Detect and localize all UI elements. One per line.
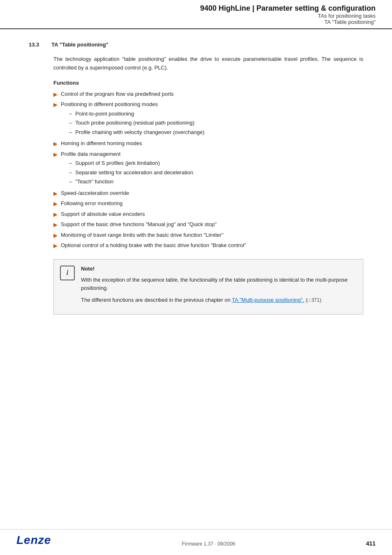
note-content: Note! With the exception of the sequence…: [81, 266, 355, 308]
bullet-text: Speed-/acceleration override: [61, 190, 129, 196]
header-sub1: TAs for positioning tasks: [16, 13, 376, 19]
list-item: ▶Support of the basic drive functions "M…: [53, 220, 363, 229]
functions-list: ▶Control of the program flow via predefi…: [53, 90, 363, 250]
list-item: ▶Positioning in different positioning mo…: [53, 100, 363, 137]
page-footer: Lenze Firmware 1.37 · 09/2006 411: [0, 529, 392, 547]
bullet-text: Support of the basic drive functions "Ma…: [61, 221, 217, 227]
sub-list-item: –Separate setting for acceleration and d…: [69, 169, 363, 177]
bullet-text: Homing in different homing modes: [61, 140, 142, 146]
note-text2: The different functions are described in…: [81, 296, 355, 305]
note-box: i Note! With the exception of the sequen…: [53, 259, 363, 314]
footer-page-number: 411: [366, 540, 376, 547]
sub-list-item: –Touch probe positioning (residual path …: [69, 119, 363, 127]
functions-label: Functions: [53, 80, 363, 86]
bullet-text: Support of absolute value encoders: [61, 211, 145, 217]
bullet-text: Optional control of a holding brake with…: [61, 242, 246, 248]
sub-list: –Support of S profiles (jerk limitation)…: [69, 159, 363, 186]
footer-firmware: Firmware 1.37 · 09/2006: [182, 541, 235, 547]
section-number: 13.3: [29, 42, 39, 48]
list-item: ▶Support of absolute value encoders: [53, 210, 363, 219]
sub-item-text: Support of S profiles (jerk limitation): [75, 159, 160, 167]
bullet-text: Following error monitoring: [61, 200, 122, 206]
sub-list-item: –Profile chaining with velocity changeov…: [69, 128, 363, 136]
bullet-arrow-icon: ▶: [53, 200, 58, 208]
list-item: ▶Homing in different homing modes: [53, 139, 363, 148]
sub-dash-icon: –: [69, 169, 72, 177]
sub-item-text: Separate setting for acceleration and de…: [75, 169, 193, 177]
sub-list-item: –Support of S profiles (jerk limitation): [69, 159, 363, 167]
list-item: ▶Following error monitoring: [53, 199, 363, 208]
list-item: ▶Control of the program flow via predefi…: [53, 90, 363, 99]
sub-dash-icon: –: [69, 159, 72, 167]
page-header: 9400 HighLine | Parameter setting & conf…: [0, 0, 392, 29]
bullet-text: Profile data management: [61, 151, 120, 157]
info-icon: i: [60, 266, 75, 280]
note-text1: With the exception of the sequence table…: [81, 276, 355, 293]
lenze-logo: Lenze: [16, 534, 51, 547]
sub-list-item: –"Teach" function: [69, 178, 363, 186]
page: 9400 HighLine | Parameter setting & conf…: [0, 0, 392, 555]
list-item: ▶Monitoring of travel range limits with …: [53, 231, 363, 240]
sub-list-item: –Point-to-point positioning: [69, 110, 363, 118]
bullet-arrow-icon: ▶: [53, 221, 58, 229]
bullet-text: Monitoring of travel range limits with t…: [61, 232, 224, 238]
bullet-text: Control of the program flow via predefin…: [61, 91, 174, 97]
note-page-ref: (□ 371): [306, 297, 321, 303]
list-item: ▶Speed-/acceleration override: [53, 189, 363, 198]
sub-dash-icon: –: [69, 178, 72, 186]
bullet-arrow-icon: ▶: [53, 210, 58, 219]
sub-item-text: "Teach" function: [75, 178, 113, 186]
sub-dash-icon: –: [69, 110, 72, 118]
sub-dash-icon: –: [69, 128, 72, 136]
sub-item-text: Point-to-point positioning: [75, 110, 134, 118]
bullet-arrow-icon: ▶: [53, 150, 58, 159]
body-paragraph: The technology application "table positi…: [53, 55, 363, 72]
sub-dash-icon: –: [69, 119, 72, 127]
section-heading: 13.3 TA "Table positioning": [29, 42, 363, 48]
sub-item-text: Touch probe positioning (residual path p…: [75, 119, 194, 127]
sub-list: –Point-to-point positioning–Touch probe …: [69, 110, 363, 136]
bullet-text: Positioning in different positioning mod…: [61, 101, 158, 107]
note-title: Note!: [81, 266, 355, 272]
bullet-arrow-icon: ▶: [53, 231, 58, 240]
sub-item-text: Profile chaining with velocity changeove…: [75, 128, 204, 136]
header-title: 9400 HighLine | Parameter setting & conf…: [16, 4, 376, 13]
note-link[interactable]: TA "Multi-purpose positioning".: [232, 297, 304, 303]
note-text2-pre: The different functions are described in…: [81, 297, 232, 303]
bullet-arrow-icon: ▶: [53, 101, 58, 109]
page-content: 13.3 TA "Table positioning" The technolo…: [0, 29, 392, 331]
bullet-arrow-icon: ▶: [53, 90, 58, 99]
section-title: TA "Table positioning": [51, 42, 108, 48]
header-sub2: TA "Table positioning": [16, 19, 376, 25]
list-item: ▶Profile data management–Support of S pr…: [53, 150, 363, 187]
bullet-arrow-icon: ▶: [53, 242, 58, 250]
bullet-arrow-icon: ▶: [53, 190, 58, 198]
list-item: ▶Optional control of a holding brake wit…: [53, 241, 363, 250]
bullet-arrow-icon: ▶: [53, 140, 58, 148]
